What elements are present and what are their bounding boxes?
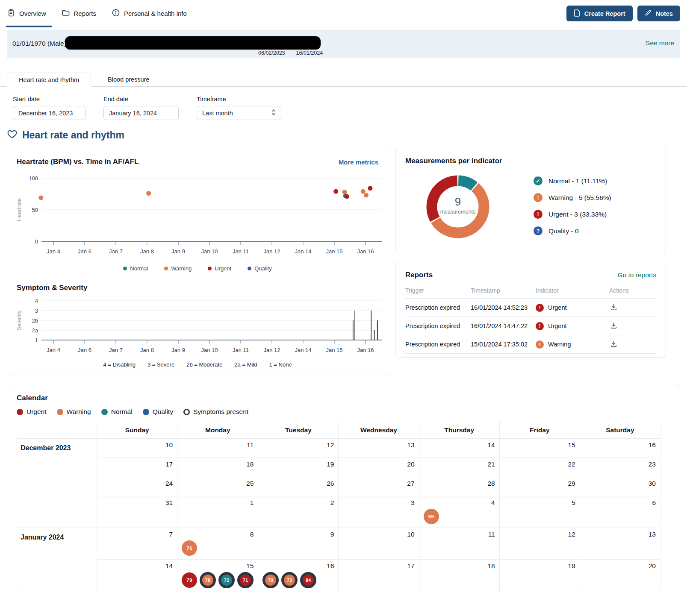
svg-text:Jan 14: Jan 14 — [295, 347, 311, 353]
notes-button[interactable]: Notes — [637, 6, 680, 21]
calendar-day-number: 4 — [424, 499, 495, 507]
tab-blood-pressure[interactable]: Blood pressure — [99, 73, 158, 86]
timeframe-label: Timeframe — [197, 96, 281, 103]
legend-dot — [17, 409, 23, 415]
measurement-badge[interactable]: 73 — [281, 572, 298, 588]
calendar-day-number: 20 — [584, 562, 656, 570]
legend-item-urgent: Urgent — [208, 265, 231, 272]
heartrate-chart-title: Heartrate (BPM) vs. Time in AF/AFL — [17, 158, 139, 166]
measurement-badge[interactable]: 76 — [182, 540, 197, 556]
see-more-link[interactable]: See more — [646, 39, 674, 47]
calendar-day-cell: 876 — [177, 528, 258, 559]
scatter-point[interactable] — [364, 193, 369, 197]
calendar-month-label: January 2024 — [17, 528, 97, 592]
svg-text:Jan 15: Jan 15 — [326, 347, 342, 353]
calendar-day-number: 18 — [182, 461, 254, 468]
create-report-button[interactable]: Create Report — [566, 6, 633, 21]
more-metrics-link[interactable]: More metrics — [339, 158, 378, 166]
svg-text:Jan 14: Jan 14 — [295, 248, 311, 255]
measurements-legend-label: Warning - 5 (55.56%) — [548, 194, 611, 202]
scatter-point[interactable] — [38, 195, 43, 200]
calendar-day-number: 1 — [182, 499, 254, 507]
calendar-card: Calendar UrgentWarningNormalQualitySympt… — [7, 385, 680, 616]
measurement-badges: 69 — [424, 509, 495, 524]
calendar-day-cell: 22 — [499, 458, 580, 477]
calendar-day-number: 24 — [101, 480, 173, 487]
calendar-day-cell: 18 — [419, 559, 499, 592]
calendar-day-cell: 3 — [339, 496, 419, 528]
date-filters: Start date December 16, 2023 End date Ja… — [0, 87, 687, 120]
calendar-corner-cell — [17, 422, 97, 438]
calendar-day-cell: 12 — [499, 528, 580, 559]
calendar-day-cell: 2 — [258, 496, 339, 528]
timeframe-select[interactable]: Last month — [197, 106, 281, 120]
measurement-badges: 76 — [182, 540, 254, 556]
measurement-badge[interactable]: 84 — [300, 572, 316, 588]
measurement-badge[interactable]: 79 — [262, 572, 279, 588]
calendar-day-number: 11 — [424, 531, 495, 538]
measurement-badge[interactable]: 69 — [424, 509, 439, 524]
nav-item-overview[interactable]: Overview — [7, 0, 46, 27]
calendar-day-cell: 17 — [97, 458, 177, 477]
calendar-day-number: 11 — [182, 441, 254, 449]
svg-text:Jan 8: Jan 8 — [140, 347, 154, 353]
report-row: Prescription expired16/01/2024 14:47:22!… — [405, 317, 656, 335]
calendar-day-cell: 17 — [339, 559, 419, 592]
nav-item-personal-health-info[interactable]: Personal & health info — [112, 0, 187, 27]
timeframe-field-group: Timeframe Last month — [197, 96, 281, 120]
calendar-day-number: 23 — [584, 461, 656, 468]
measurement-badge[interactable]: 78 — [200, 572, 216, 588]
calendar-day-number: 19 — [504, 562, 575, 570]
calendar-day-number: 14 — [101, 562, 173, 570]
check-circle-icon: ✓ — [534, 176, 543, 185]
right-column: Measurements per indicator 9measurements… — [395, 148, 666, 358]
legend-item-normal: Normal — [123, 265, 148, 272]
measurement-badge[interactable]: 72 — [218, 572, 235, 588]
tab-heart-rate-and-rhythm[interactable]: Heart rate and rhythm — [7, 73, 91, 87]
donut-segment-normal[interactable] — [458, 181, 474, 186]
start-date-field-group: Start date December 16, 2023 — [13, 96, 86, 120]
svg-text:Jan 4: Jan 4 — [47, 248, 60, 255]
scatter-point[interactable] — [146, 191, 151, 196]
go-to-reports-link[interactable]: Go to reports — [618, 271, 656, 279]
scatter-point[interactable] — [333, 189, 338, 194]
calendar-day-cell: 27 — [339, 477, 419, 496]
calendar-day-number: 9 — [262, 531, 334, 538]
severity-scale-item: 2b = Moderate — [186, 361, 222, 368]
download-report-button[interactable] — [609, 302, 618, 313]
calendar-day-number: 19 — [262, 461, 334, 468]
scatter-point[interactable] — [368, 186, 372, 191]
nav-item-label: Overview — [19, 10, 46, 17]
calendar-day-cell: 7 — [97, 528, 177, 559]
download-report-button[interactable] — [609, 339, 618, 349]
svg-text:Jan 7: Jan 7 — [109, 347, 123, 353]
calendar-day-number: 12 — [504, 531, 575, 538]
calendar-day-cell: 13 — [580, 528, 660, 559]
exclamation-circle-icon: ! — [534, 210, 543, 219]
nav-item-reports[interactable]: Reports — [62, 0, 97, 27]
svg-text:Jan 11: Jan 11 — [233, 248, 249, 255]
download-report-button[interactable] — [609, 321, 618, 331]
patient-dates: 06/02/2023 16/01/2024 — [258, 50, 323, 56]
calendar-day-cell: 1 — [177, 496, 258, 528]
end-date-input[interactable]: January 16, 2024 — [103, 106, 179, 120]
calendar-day-cell: 469 — [419, 496, 499, 528]
calendar-legend-item: Urgent — [17, 408, 47, 416]
calendar-day-header: Thursday — [419, 422, 499, 438]
measurement-badge[interactable]: 79 — [182, 572, 197, 588]
calendar-day-cell: 30 — [580, 477, 660, 496]
scatter-point[interactable] — [361, 189, 366, 194]
heartrate-card: Heartrate (BPM) vs. Time in AF/AFL More … — [7, 148, 388, 375]
calendar-week-row: December 202310111213141516 — [17, 438, 660, 458]
scatter-point[interactable] — [345, 194, 349, 199]
start-date-input[interactable]: December 16, 2023 — [13, 106, 86, 120]
calendar-day-number: 16 — [584, 441, 656, 449]
document-icon — [574, 9, 580, 18]
calendar-day-cell: 16 — [580, 438, 660, 458]
calendar-day-cell: 20 — [339, 458, 419, 477]
calendar-day-number: 17 — [101, 461, 173, 468]
calendar-week-row: January 20247876910111213 — [17, 528, 660, 559]
measurement-badge[interactable]: 71 — [237, 572, 254, 588]
calendar-day-number: 3 — [343, 499, 414, 507]
calendar-month-label: December 2023 — [17, 438, 97, 528]
